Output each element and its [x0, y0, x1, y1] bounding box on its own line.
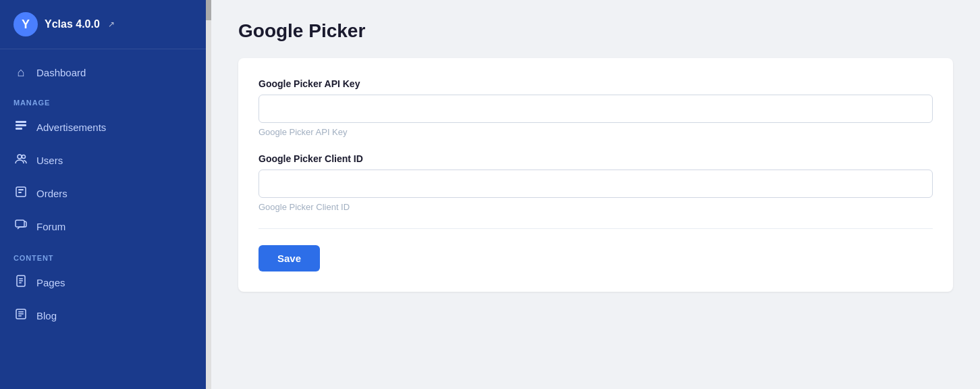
sidebar-item-dashboard[interactable]: ⌂ Dashboard — [0, 57, 206, 88]
svg-rect-10 — [19, 278, 23, 280]
home-icon: ⌂ — [13, 66, 28, 80]
manage-section-label: MANAGE — [0, 88, 206, 111]
sidebar-item-advertisements[interactable]: Advertisements — [0, 111, 206, 144]
sidebar-item-label: Advertisements — [36, 122, 106, 133]
sidebar-item-label: Orders — [36, 188, 67, 199]
sidebar-item-label: Forum — [36, 221, 65, 232]
sidebar-item-pages[interactable]: Pages — [0, 266, 206, 299]
scroll-thumb — [206, 0, 211, 20]
sidebar-item-users[interactable]: Users — [0, 144, 206, 177]
svg-rect-8 — [16, 220, 24, 227]
sidebar-item-label: Users — [36, 155, 63, 166]
app-name: Yclas 4.0.0 — [45, 18, 100, 30]
svg-rect-12 — [19, 282, 22, 284]
forum-icon — [13, 218, 28, 235]
pages-icon — [13, 274, 28, 291]
advertisements-icon — [13, 119, 28, 136]
svg-point-4 — [22, 155, 26, 159]
sidebar-nav: ⌂ Dashboard MANAGE Advertisements — [0, 49, 206, 389]
client-id-hint: Google Picker Client ID — [258, 202, 933, 212]
svg-rect-14 — [18, 311, 24, 313]
svg-rect-2 — [16, 128, 22, 130]
sidebar: Y Yclas 4.0.0 ↗ ⌂ Dashboard MANAGE Adver… — [0, 0, 206, 389]
sidebar-logo[interactable]: Y Yclas 4.0.0 ↗ — [0, 0, 206, 49]
svg-rect-1 — [16, 124, 26, 126]
api-key-input[interactable] — [258, 95, 933, 123]
sidebar-item-label: Dashboard — [36, 67, 86, 78]
external-link-icon: ↗ — [108, 20, 115, 29]
svg-rect-7 — [18, 192, 22, 193]
content-section-label: CONTENT — [0, 243, 206, 266]
api-key-hint: Google Picker API Key — [258, 127, 933, 137]
scrollbar[interactable] — [206, 0, 211, 389]
api-key-group: Google Picker API Key Google Picker API … — [258, 78, 933, 137]
svg-rect-6 — [18, 189, 24, 190]
svg-rect-15 — [18, 313, 24, 315]
form-divider — [258, 228, 933, 229]
sidebar-item-label: Pages — [36, 277, 65, 288]
sidebar-item-orders[interactable]: Orders — [0, 177, 206, 210]
sidebar-item-blog[interactable]: Blog — [0, 299, 206, 332]
blog-icon — [13, 307, 28, 324]
settings-card: Google Picker API Key Google Picker API … — [238, 58, 953, 292]
users-icon — [13, 152, 28, 169]
svg-rect-16 — [18, 315, 22, 317]
client-id-group: Google Picker Client ID Google Picker Cl… — [258, 153, 933, 212]
svg-rect-11 — [19, 280, 23, 282]
sidebar-item-forum[interactable]: Forum — [0, 210, 206, 243]
page-title: Google Picker — [238, 20, 953, 42]
api-key-label: Google Picker API Key — [258, 78, 933, 89]
svg-rect-0 — [16, 121, 26, 123]
client-id-input[interactable] — [258, 170, 933, 198]
sidebar-item-label: Blog — [36, 310, 57, 321]
orders-icon — [13, 185, 28, 202]
logo-icon: Y — [13, 12, 38, 36]
svg-point-3 — [18, 155, 22, 159]
client-id-label: Google Picker Client ID — [258, 153, 933, 164]
main-content: Google Picker Google Picker API Key Goog… — [211, 0, 980, 389]
save-button[interactable]: Save — [258, 245, 320, 271]
